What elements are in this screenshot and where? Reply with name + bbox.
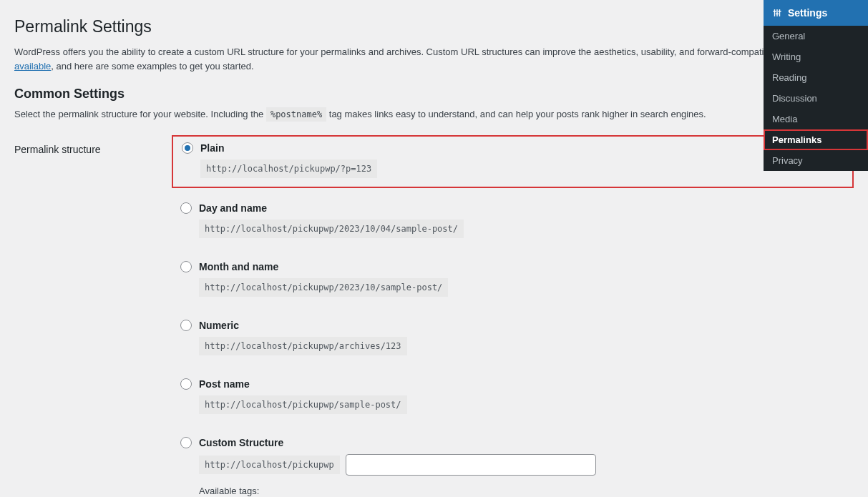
radio-post-name[interactable]	[180, 378, 192, 390]
sidebar-item-privacy[interactable]: Privacy	[764, 150, 868, 171]
postname-tag-code: %postname%	[266, 107, 326, 122]
radio-numeric[interactable]	[180, 320, 192, 331]
section-subtext: Select the permalink structure for your …	[14, 109, 854, 119]
option-url: http://localhost/pickupwp/sample-post/	[199, 395, 407, 414]
svg-rect-2	[779, 9, 780, 16]
option-url: http://localhost/pickupwp/2023/10/04/sam…	[199, 220, 464, 238]
svg-rect-1	[776, 9, 777, 16]
sidebar-header[interactable]: Settings	[764, 0, 868, 26]
option-label: Numeric	[199, 320, 239, 331]
sidebar-item-permalinks[interactable]: Permalinks	[764, 129, 868, 150]
custom-prefix: http://localhost/pickupwp	[199, 456, 340, 474]
svg-rect-4	[776, 14, 779, 14]
settings-icon	[772, 8, 782, 18]
radio-custom[interactable]	[180, 437, 192, 448]
intro-text: WordPress offers you the ability to crea…	[14, 45, 854, 74]
sidebar-item-general[interactable]: General	[764, 26, 868, 46]
available-tags-label: Available tags:	[199, 486, 845, 496]
sidebar-title: Settings	[788, 7, 827, 19]
svg-rect-3	[773, 11, 776, 11]
option-url: http://localhost/pickupwp/2023/10/sample…	[199, 278, 448, 297]
option-label-custom: Custom Structure	[199, 437, 283, 448]
section-heading: Common Settings	[14, 87, 854, 102]
svg-rect-5	[778, 11, 781, 11]
option-url: http://localhost/pickupwp/archives/123	[199, 337, 407, 355]
settings-table: Permalink structure Plainhttp://localhos…	[14, 135, 854, 497]
option-custom: Custom Structure http://localhost/pickup…	[172, 431, 854, 497]
option-url: http://localhost/pickupwp/?p=123	[200, 159, 377, 178]
sidebar-item-media[interactable]: Media	[764, 109, 868, 129]
option-numeric: Numerichttp://localhost/pickupwp/archive…	[172, 314, 854, 364]
option-day-and-name: Day and namehttp://localhost/pickupwp/20…	[172, 197, 854, 247]
radio-month-and-name[interactable]	[180, 261, 192, 272]
option-label: Day and name	[199, 202, 267, 214]
radio-plain[interactable]	[182, 142, 193, 154]
option-label: Post name	[199, 378, 250, 390]
field-label: Permalink structure	[14, 135, 172, 497]
option-label: Plain	[200, 142, 224, 154]
page-title: Permalink Settings	[14, 17, 854, 36]
field-cell: Plainhttp://localhost/pickupwp/?p=123Day…	[172, 135, 854, 497]
option-plain: Plainhttp://localhost/pickupwp/?p=123	[172, 135, 854, 188]
option-month-and-name: Month and namehttp://localhost/pickupwp/…	[172, 255, 854, 305]
main-content: Permalink Settings WordPress offers you …	[0, 0, 868, 497]
option-label: Month and name	[199, 261, 278, 272]
sidebar-item-reading[interactable]: Reading	[764, 67, 868, 88]
radio-day-and-name[interactable]	[180, 202, 192, 214]
svg-rect-0	[774, 9, 775, 16]
option-post-name: Post namehttp://localhost/pickupwp/sampl…	[172, 373, 854, 423]
custom-structure-input[interactable]	[346, 454, 596, 476]
sidebar-item-discussion[interactable]: Discussion	[764, 88, 868, 109]
settings-sidebar: Settings GeneralWritingReadingDiscussion…	[764, 0, 868, 171]
sidebar-item-writing[interactable]: Writing	[764, 46, 868, 67]
